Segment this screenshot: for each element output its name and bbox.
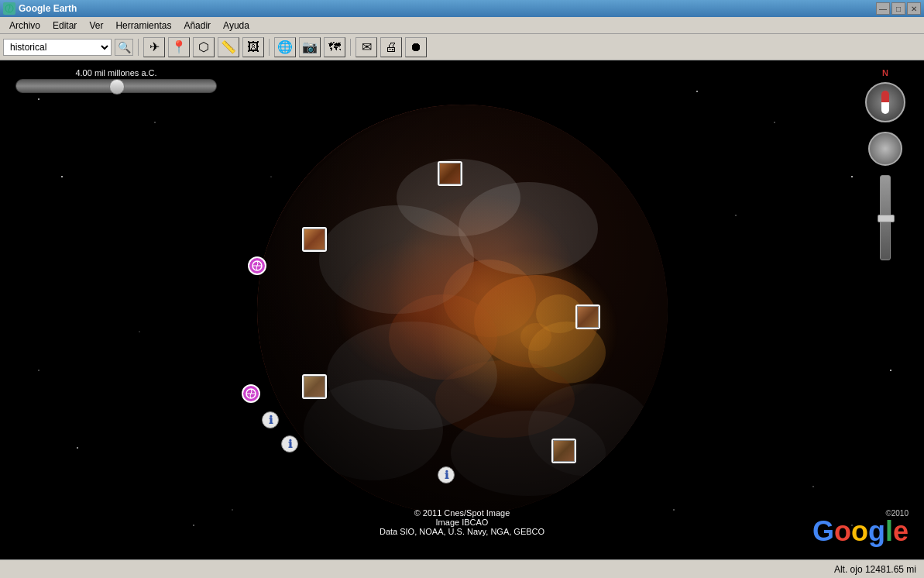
titlebar-left: Google Earth <box>3 2 77 15</box>
svg-point-17 <box>139 332 140 332</box>
menu-editar[interactable]: Editar <box>46 19 83 33</box>
menu-anadir[interactable]: Añadir <box>177 19 217 33</box>
compass-needle <box>881 91 889 114</box>
svg-point-7 <box>774 122 775 123</box>
search-button[interactable]: 🔍 <box>115 39 133 56</box>
north-label: N <box>882 68 888 77</box>
info-btn-marker-2[interactable] <box>281 435 298 452</box>
main-view[interactable]: 4.00 mil millones a.C. <box>0 60 924 559</box>
svg-point-11 <box>38 370 40 371</box>
attribution-line2: Image IBCAO <box>380 518 544 527</box>
app-icon <box>3 2 15 15</box>
status-altitude: Alt. ojo 12481.65 mi <box>834 564 916 575</box>
svg-point-34 <box>520 323 551 351</box>
maps-button[interactable]: 🗺 <box>324 37 345 57</box>
window-controls[interactable]: — □ ✕ <box>876 2 921 15</box>
maximize-button[interactable]: □ <box>891 2 905 15</box>
svg-point-28 <box>327 322 497 430</box>
time-slider-container[interactable]: 4.00 mil millones a.C. <box>15 68 217 93</box>
svg-point-5 <box>154 122 155 122</box>
pink-marker-2[interactable] <box>242 384 260 403</box>
nav-slider-thumb[interactable] <box>878 215 895 222</box>
close-button[interactable]: ✕ <box>907 2 921 15</box>
svg-point-6 <box>696 91 698 92</box>
view-mode-select[interactable]: historical default roads terrain <box>3 39 112 56</box>
toolbar-separator-2 <box>269 39 270 56</box>
svg-point-18 <box>232 509 232 510</box>
info-btn-marker-3[interactable] <box>438 466 455 483</box>
photo-thumbnail-2 <box>304 229 325 250</box>
svg-point-2 <box>38 98 40 100</box>
compass-widget: N <box>862 68 909 260</box>
minimize-button[interactable]: — <box>876 2 890 15</box>
nav-button-4[interactable]: 📏 <box>218 37 239 57</box>
pink-marker-1[interactable] <box>248 256 266 275</box>
svg-point-22 <box>443 260 536 337</box>
svg-point-4 <box>61 176 63 177</box>
compass-ring[interactable] <box>865 82 905 122</box>
photo-marker-5[interactable] <box>551 439 576 463</box>
photo-marker-4[interactable] <box>302 374 327 399</box>
app-title: Google Earth <box>19 3 77 14</box>
svg-point-14 <box>193 525 194 526</box>
attribution-line3: Data SIO, NOAA, U.S. Navy, NGA, GEBCO <box>380 527 544 536</box>
time-label: 4.00 mil millones a.C. <box>15 68 217 77</box>
svg-point-26 <box>319 205 474 314</box>
titlebar: Google Earth — □ ✕ <box>0 0 924 17</box>
google-logo: Google <box>812 515 909 548</box>
menu-ayuda[interactable]: Ayuda <box>217 19 256 33</box>
svg-point-23 <box>528 322 606 384</box>
info-btn-marker-1[interactable] <box>262 411 279 428</box>
time-slider-track[interactable] <box>15 79 217 93</box>
menubar: Archivo Editar Ver Herramientas Añadir A… <box>0 17 924 34</box>
record-button[interactable]: ⏺ <box>405 37 427 57</box>
globe-icon-2 <box>246 388 256 399</box>
menu-ver[interactable]: Ver <box>83 19 109 33</box>
google-logo-text: G <box>812 515 834 547</box>
photo-thumbnail-1 <box>439 163 461 184</box>
nav-button-3[interactable]: ⬡ <box>193 37 215 57</box>
toolbar-separator <box>138 39 139 56</box>
svg-point-10 <box>77 447 78 449</box>
nav-button-2[interactable]: 📍 <box>168 37 190 57</box>
photo-thumbnail-3 <box>577 306 599 328</box>
nav-circle[interactable] <box>868 132 902 166</box>
photo-marker-1[interactable] <box>438 161 462 186</box>
photo-button[interactable]: 📷 <box>299 37 321 57</box>
svg-point-12 <box>890 370 891 371</box>
statusbar: Alt. ojo 12481.65 mi <box>0 559 924 578</box>
svg-point-19 <box>673 509 675 511</box>
photo-thumbnail-5 <box>553 440 575 462</box>
print-button[interactable]: 🖨 <box>380 37 402 57</box>
toolbar: historical default roads terrain 🔍 ✈ 📍 ⬡… <box>0 34 924 60</box>
photo-marker-3[interactable] <box>575 304 600 329</box>
copyright-text: ©2010 <box>885 509 909 518</box>
menu-archivo[interactable]: Archivo <box>3 19 46 33</box>
photo-thumbnail-4 <box>304 376 325 397</box>
svg-point-13 <box>812 486 813 487</box>
attribution: © 2011 Cnes/Spot Image Image IBCAO Data … <box>380 508 544 536</box>
toolbar-separator-3 <box>350 39 351 56</box>
photo-marker-2[interactable] <box>302 227 327 252</box>
svg-point-9 <box>735 215 736 215</box>
svg-point-27 <box>459 182 598 275</box>
svg-point-8 <box>851 176 853 177</box>
attribution-line1: © 2011 Cnes/Spot Image <box>380 508 544 518</box>
nav-button-1[interactable]: ✈ <box>143 37 165 57</box>
svg-point-15 <box>270 176 271 177</box>
time-slider-thumb[interactable] <box>109 79 125 95</box>
layers-button[interactable]: 🌐 <box>274 37 296 57</box>
svg-point-25 <box>435 360 575 438</box>
nav-slider[interactable] <box>880 175 891 260</box>
email-button[interactable]: ✉ <box>356 37 377 57</box>
globe-icon <box>252 260 263 271</box>
menu-herramientas[interactable]: Herramientas <box>109 19 177 33</box>
svg-point-24 <box>389 294 497 380</box>
nav-button-5[interactable]: 🖼 <box>242 37 264 57</box>
